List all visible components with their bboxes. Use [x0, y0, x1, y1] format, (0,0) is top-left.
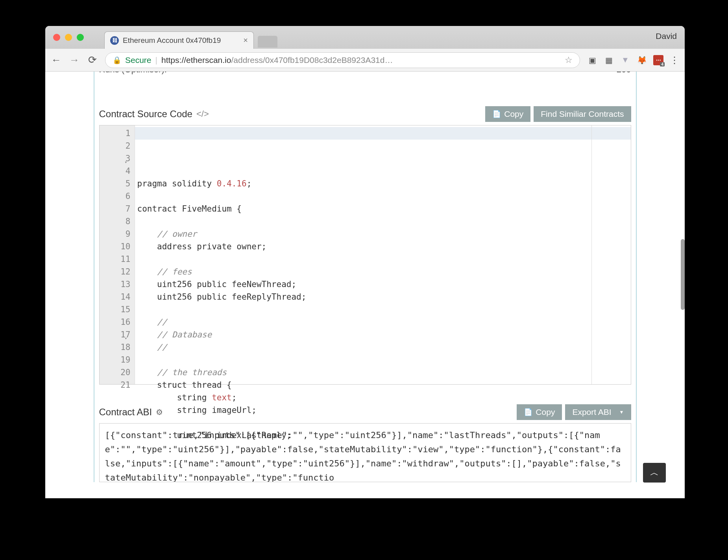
code-line: pragma solidity 0.4.16;	[137, 177, 628, 190]
line-number: 6	[100, 190, 131, 203]
lock-icon: 🔒	[113, 56, 121, 64]
code-line: //	[137, 341, 628, 354]
minimize-window-button[interactable]	[65, 34, 72, 41]
code-line: string imageUrl;	[137, 404, 628, 416]
code-line: uint256 public feeReplyThread;	[137, 291, 628, 303]
source-section-header: Contract Source Code </> 📄 Copy Find Sim…	[99, 106, 631, 122]
code-line: contract FiveMedium {	[137, 203, 628, 215]
browser-toolbar: ← → ⟳ 🔒 Secure | https://etherscan.io/ad…	[45, 49, 685, 72]
line-number: 20	[100, 366, 131, 379]
profile-name[interactable]: David	[656, 31, 677, 41]
extension-badge: 4	[660, 62, 665, 66]
maximize-window-button[interactable]	[77, 34, 84, 41]
code-line: //	[137, 316, 628, 328]
url-path: /address/0x470fb19D08c3d2eB8923A31d…	[231, 55, 393, 64]
similar-label: Find Similiar Contracts	[541, 109, 624, 119]
cast-icon[interactable]: ▣	[587, 55, 597, 65]
copy-source-button[interactable]: 📄 Copy	[485, 106, 530, 122]
code-line: // Database	[137, 328, 628, 341]
code-line: uint256 indexLastReply;	[137, 429, 628, 442]
bookmark-star-icon[interactable]: ☆	[565, 55, 573, 65]
optimiser-value: 200	[617, 72, 631, 75]
forward-button[interactable]: →	[69, 54, 80, 66]
reload-button[interactable]: ⟳	[87, 54, 98, 66]
vue-icon[interactable]: ▼	[620, 55, 630, 65]
url-host: etherscan.io	[186, 55, 231, 64]
source-title: Contract Source Code	[99, 109, 192, 120]
line-number: 10	[100, 240, 131, 253]
code-line: struct thread {	[137, 379, 628, 391]
code-line	[137, 215, 628, 228]
line-number: 7	[100, 203, 131, 215]
optimiser-label: Runs (Optimiser):	[99, 72, 167, 75]
metamask-icon[interactable]: 🦊	[637, 55, 647, 65]
find-similar-button[interactable]: Find Similiar Contracts	[534, 106, 631, 122]
copy-label: Copy	[504, 109, 523, 119]
extension-icon[interactable]: ▦	[604, 55, 614, 65]
lastpass-icon[interactable]: ⋯4	[653, 55, 663, 65]
page-viewport: Runs (Optimiser): 200 Contract Source Co…	[45, 72, 685, 498]
line-number: 19	[100, 354, 131, 366]
line-number: 9	[100, 228, 131, 240]
scrollbar-thumb[interactable]	[681, 239, 685, 310]
tab-title: Ethereum Account 0x470fb19	[123, 36, 221, 45]
line-number: 4	[100, 165, 131, 177]
back-button[interactable]: ←	[51, 54, 62, 66]
line-number: 5	[100, 177, 131, 190]
line-number: 12	[100, 265, 131, 278]
line-number: 14	[100, 291, 131, 303]
code-line	[137, 416, 628, 429]
copy-icon: 📄	[492, 110, 501, 118]
browser-tab[interactable]: ⛓ Ethereum Account 0x470fb19 ×	[104, 31, 254, 49]
tab-strip: ⛓ Ethereum Account 0x470fb19 × David	[45, 26, 685, 49]
line-number: 11	[100, 253, 131, 265]
line-number: 15	[100, 303, 131, 316]
code-line: // the threads	[137, 366, 628, 379]
line-number: 8	[100, 215, 131, 228]
line-number: 16	[100, 316, 131, 328]
url-separator: |	[155, 55, 157, 65]
code-icon: </>	[196, 109, 209, 119]
tab-favicon-icon: ⛓	[110, 36, 119, 45]
code-line: // owner	[137, 228, 628, 240]
back-to-top-button[interactable]: ︿	[643, 463, 666, 483]
line-number: 18	[100, 341, 131, 354]
line-number: 13	[100, 278, 131, 291]
code-line	[137, 190, 628, 203]
line-number-gutter: 123456789101112131415161718192021	[100, 125, 135, 384]
code-line	[137, 253, 628, 265]
browser-menu-icon[interactable]: ⋮	[670, 55, 679, 66]
code-line: string text;	[137, 391, 628, 404]
line-number: 3	[100, 152, 131, 165]
secure-label: Secure	[125, 55, 152, 65]
url-scheme: https://	[161, 55, 186, 64]
close-tab-icon[interactable]: ×	[243, 36, 248, 45]
line-number: 21	[100, 379, 131, 391]
address-bar[interactable]: 🔒 Secure | https://etherscan.io/address/…	[105, 52, 580, 68]
source-code-editor[interactable]: 123456789101112131415161718192021 pragma…	[99, 125, 631, 385]
line-number: 1	[100, 127, 131, 140]
line-number: 2	[100, 140, 131, 152]
browser-window: ⛓ Ethereum Account 0x470fb19 × David ← →…	[45, 26, 685, 498]
current-line-highlight	[135, 127, 631, 140]
code-line: // fees	[137, 265, 628, 278]
code-line: uint256 public feeNewThread;	[137, 278, 628, 291]
optimiser-row: Runs (Optimiser): 200	[99, 72, 631, 79]
code-line	[137, 303, 628, 316]
new-tab-button[interactable]	[258, 36, 277, 48]
code-line	[137, 354, 628, 366]
code-line: address private owner;	[137, 240, 628, 253]
window-controls	[45, 34, 84, 41]
code-body[interactable]: pragma solidity 0.4.16; contract FiveMed…	[135, 125, 631, 384]
line-number: 17	[100, 328, 131, 341]
chevron-up-icon: ︿	[650, 467, 659, 479]
close-window-button[interactable]	[53, 34, 60, 41]
extension-icons: ▣ ▦ ▼ 🦊 ⋯4 ⋮	[587, 55, 679, 66]
